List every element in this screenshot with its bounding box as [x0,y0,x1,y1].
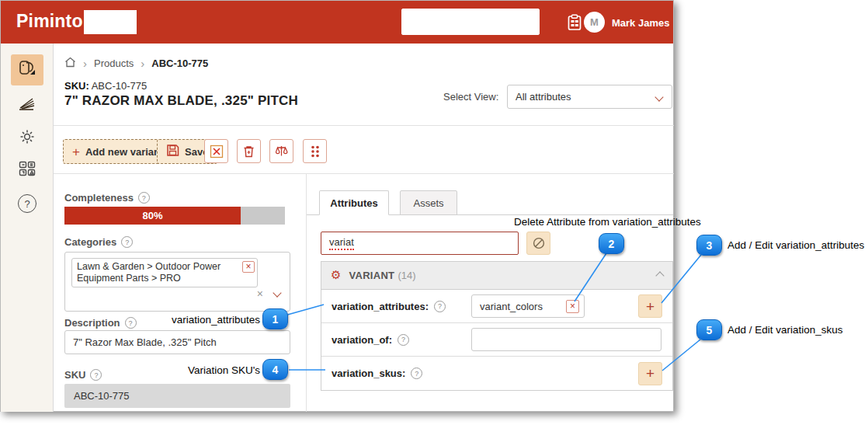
sidebar-item-help[interactable]: ? [11,188,43,219]
category-tag-label: Lawn & Garden > Outdoor Power Equipment … [77,261,220,284]
variant-group-header[interactable]: ⚙ VARIANT (14) [321,262,672,290]
tab-assets[interactable]: Assets [400,190,457,215]
save-icon [166,144,179,159]
add-variation-skus-button[interactable]: + [638,362,662,385]
help-icon[interactable]: ? [138,192,150,204]
variant-attribute-group: ⚙ VARIANT (14) variation_attributes: ? v… [321,261,673,391]
breadcrumb-separator: › [141,57,144,70]
logo-blank-box [84,10,137,34]
tab-attributes[interactable]: Attributes [319,190,389,215]
chevron-down-icon[interactable] [273,288,281,297]
sku-field-label: SKU [64,369,85,381]
variant-group-title: VARIANT [349,270,394,281]
attribute-row-variation-of: variation_of: ? [321,323,672,357]
description-label: Description [64,317,120,329]
attribute-row-variation-attributes: variation_attributes: ? variant_colors ×… [321,290,672,323]
clipboard-icon[interactable] [566,14,583,31]
plus-icon: + [72,145,80,159]
products-catalog-icon [17,58,37,82]
clear-filter-button[interactable] [526,232,550,255]
group-gear-icon: ⚙ [331,270,341,281]
callout-2: 2 [599,233,624,254]
trash-icon [242,145,255,159]
variation-attributes-label: variation_attributes: [332,301,429,312]
completeness-fill: 80% [64,207,241,225]
remove-category-icon[interactable]: × [242,261,255,273]
user-avatar[interactable]: M [584,12,605,33]
sku-field-value: ABC-10-775 [74,390,130,402]
completeness-label: Completeness [64,192,134,204]
callout-5: 5 [696,319,722,340]
callout-3: 3 [696,235,722,256]
categories-multiselect[interactable]: Lawn & Garden > Outdoor Power Equipment … [64,252,290,312]
help-icon[interactable]: ? [121,236,133,248]
help-icon[interactable]: ? [398,334,409,346]
sidebar-item-settings[interactable] [11,123,43,154]
completeness-value: 80% [143,210,163,221]
sidebar-item-apps[interactable] [11,155,43,186]
breadcrumb-item-products[interactable]: Products [94,57,134,69]
help-icon[interactable]: ? [90,369,102,381]
categories-label: Categories [64,236,116,248]
select-view-dropdown[interactable]: All attributes [507,85,672,109]
sku-value: ABC-10-775 [92,80,148,92]
annotation-label-4: Variation SKU's [179,364,260,376]
help-icon[interactable]: ? [434,301,446,312]
breadcrumb: › Products › ABC-10-775 [64,57,208,70]
app-logo: Piminto [16,11,83,32]
callout-4: 4 [262,359,288,380]
variant-colors-tag: variant_colors [480,301,543,312]
breadcrumb-separator: › [83,57,87,70]
sku-readonly-field: ABC-10-775 [64,384,290,408]
compare-button[interactable] [269,139,293,163]
completeness-bar: 80% [64,207,285,225]
completeness-label-row: Completeness ? [64,192,150,204]
delete-button[interactable] [237,139,261,163]
clear-all-icon[interactable]: × [257,287,263,300]
sku-label-row: SKU ? [64,369,102,381]
cancel-button[interactable] [204,139,228,163]
attribute-row-variation-skus: variation_skus: ? + [321,357,672,390]
variation-attributes-value[interactable]: variant_colors × [471,294,585,318]
apps-grid-icon [17,159,37,182]
description-value: 7" Razor Max Blade, .325" Pitch [73,336,217,348]
scales-icon [274,145,289,159]
app-window: Piminto M Mark James [0,0,674,412]
global-search-input[interactable] [401,9,540,35]
variation-of-label: variation_of: [332,334,392,346]
divider [54,125,674,126]
description-field[interactable]: 7" Razor Max Blade, .325" Pitch [64,330,290,354]
app-header: Piminto M Mark James [1,1,673,44]
description-label-row: Description ? [64,317,137,329]
product-sku-line: SKU: ABC-10-775 [64,80,147,92]
brush-icon [17,94,37,117]
panel-divider [306,173,307,412]
user-name[interactable]: Mark James [612,17,669,29]
dots-grid-icon [310,145,321,159]
chevron-down-icon [654,92,663,101]
variation-skus-label: variation_skus: [332,368,405,379]
add-new-variant-label: Add new variant [85,146,163,158]
sidebar-item-products[interactable] [11,54,43,85]
annotation-label-3: Add / Edit variation_attributes [727,239,864,251]
remove-variant-colors-icon[interactable]: × [566,300,579,313]
gear-icon [17,127,37,150]
attribute-filter-input[interactable]: variat [321,232,519,255]
home-icon[interactable] [64,57,76,70]
no-entry-icon [532,236,546,250]
add-variation-attributes-button[interactable]: + [638,294,662,318]
divider [54,173,674,174]
help-icon: ? [18,194,36,213]
attribute-filter-value: variat [329,236,354,250]
page: Piminto M Mark James [0,0,868,425]
category-tag: Lawn & Garden > Outdoor Power Equipment … [71,258,258,287]
select-view-label: Select View: [443,91,498,103]
variation-of-input[interactable] [471,328,661,351]
help-icon[interactable]: ? [125,317,137,329]
sidebar-item-publish[interactable] [11,90,43,121]
product-title: 7" RAZOR MAX BLADE, .325" PITCH [64,93,298,109]
collapse-chevron-icon[interactable] [655,271,664,280]
help-icon[interactable]: ? [411,368,422,379]
more-actions-button[interactable] [303,139,327,163]
sidebar: ? [1,44,54,412]
